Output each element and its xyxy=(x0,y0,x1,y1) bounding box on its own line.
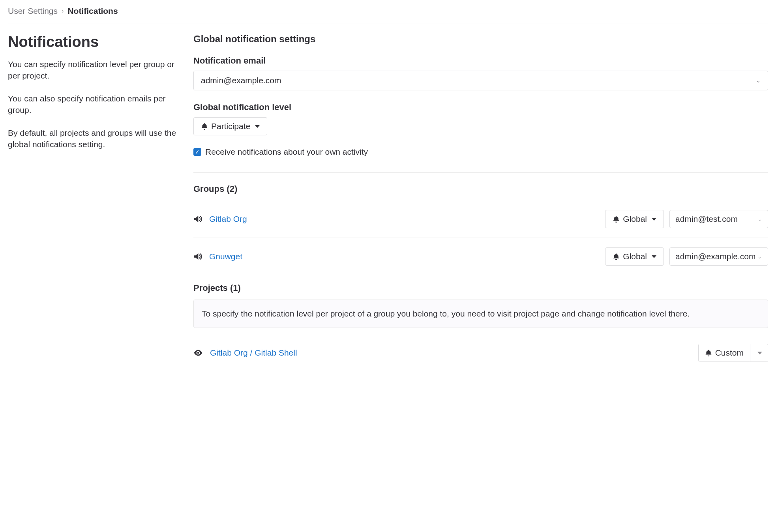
group-row: Gitlab Org Global admin@test.com ⌄ xyxy=(193,200,768,238)
chevron-down-icon: ⌄ xyxy=(757,253,762,260)
project-row: Gitlab Org / Gitlab Shell Custom xyxy=(193,340,768,371)
notification-email-value: admin@example.com xyxy=(201,76,281,85)
bell-icon xyxy=(613,215,620,223)
page-title: Notifications xyxy=(8,34,182,51)
caret-down-icon xyxy=(757,352,762,354)
group-link[interactable]: Gnuwget xyxy=(209,252,242,261)
bell-icon xyxy=(705,349,712,356)
group-email-select[interactable]: admin@example.com ⌄ xyxy=(669,247,768,266)
page-description-3: By default, all projects and groups will… xyxy=(8,127,182,150)
group-level-value: Global xyxy=(623,252,647,261)
project-link[interactable]: Gitlab Org / Gitlab Shell xyxy=(210,348,297,358)
global-settings-title: Global notification settings xyxy=(193,34,768,45)
own-activity-label: Receive notifications about your own act… xyxy=(205,147,368,157)
own-activity-checkbox[interactable]: ✓ xyxy=(193,148,201,156)
project-level-value: Custom xyxy=(715,348,744,358)
group-email-select[interactable]: admin@test.com ⌄ xyxy=(669,210,768,228)
projects-title: Projects (1) xyxy=(193,283,768,293)
group-level-dropdown[interactable]: Global xyxy=(605,210,664,228)
divider xyxy=(193,172,768,173)
caret-down-icon xyxy=(652,218,656,221)
global-level-value: Participate xyxy=(211,122,250,131)
volume-icon xyxy=(193,215,202,223)
notification-email-label: Notification email xyxy=(193,56,768,66)
bell-icon xyxy=(201,123,208,130)
svg-point-0 xyxy=(197,352,199,354)
page-description-2: You can also specify notification emails… xyxy=(8,93,182,116)
group-level-value: Global xyxy=(623,214,647,224)
project-level-button[interactable]: Custom xyxy=(699,344,750,362)
notification-email-select[interactable]: admin@example.com ⌄ xyxy=(193,71,768,90)
group-link[interactable]: Gitlab Org xyxy=(209,214,247,224)
global-level-label: Global notification level xyxy=(193,102,768,112)
caret-down-icon xyxy=(255,125,260,128)
group-level-dropdown[interactable]: Global xyxy=(605,247,664,266)
chevron-down-icon: ⌄ xyxy=(757,216,762,222)
volume-icon xyxy=(193,252,202,261)
breadcrumb: User Settings › Notifications xyxy=(8,6,768,24)
projects-info-box: To specify the notification level per pr… xyxy=(193,300,768,328)
breadcrumb-current: Notifications xyxy=(67,6,118,16)
breadcrumb-parent[interactable]: User Settings xyxy=(8,6,58,16)
project-level-split-button: Custom xyxy=(698,344,768,362)
project-level-dropdown-toggle[interactable] xyxy=(750,344,768,362)
global-level-dropdown[interactable]: Participate xyxy=(193,117,267,135)
group-row: Gnuwget Global admin@example.com ⌄ xyxy=(193,238,768,275)
chevron-down-icon: ⌄ xyxy=(756,77,761,84)
bell-icon xyxy=(613,253,620,260)
group-email-value: admin@test.com xyxy=(675,214,738,224)
groups-title: Groups (2) xyxy=(193,184,768,194)
caret-down-icon xyxy=(652,255,656,258)
page-description-1: You can specify notification level per g… xyxy=(8,58,182,82)
chevron-right-icon: › xyxy=(62,7,64,15)
eye-icon xyxy=(193,348,203,358)
group-email-value: admin@example.com xyxy=(675,252,755,261)
